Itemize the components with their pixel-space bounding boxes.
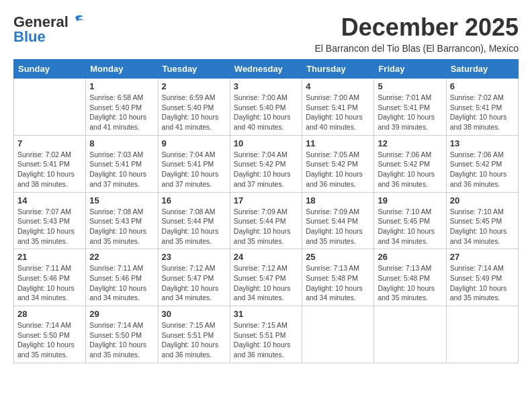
day-info: Sunrise: 7:12 AM Sunset: 5:47 PM Dayligh… [234,263,298,303]
day-info: Sunrise: 7:10 AM Sunset: 5:45 PM Dayligh… [378,207,442,246]
day-info: Sunrise: 7:14 AM Sunset: 5:49 PM Dayligh… [450,263,515,303]
calendar-week-row: 1Sunrise: 6:58 AM Sunset: 5:40 PM Daylig… [14,79,519,136]
calendar-cell: 9Sunrise: 7:04 AM Sunset: 5:41 PM Daylig… [158,135,230,192]
calendar-cell: 11Sunrise: 7:05 AM Sunset: 5:42 PM Dayli… [302,135,374,192]
day-number: 14 [17,195,82,205]
calendar-cell: 24Sunrise: 7:12 AM Sunset: 5:47 PM Dayli… [230,249,302,306]
calendar-cell: 25Sunrise: 7:13 AM Sunset: 5:48 PM Dayli… [302,249,374,306]
day-number: 20 [450,195,515,205]
day-number: 11 [306,138,370,148]
day-number: 30 [162,309,226,319]
calendar-cell: 12Sunrise: 7:06 AM Sunset: 5:42 PM Dayli… [374,135,446,192]
day-number: 5 [378,81,442,91]
day-number: 12 [378,138,442,148]
calendar-cell: 10Sunrise: 7:04 AM Sunset: 5:42 PM Dayli… [230,135,302,192]
calendar-cell: 6Sunrise: 7:02 AM Sunset: 5:41 PM Daylig… [446,79,518,136]
day-number: 21 [17,252,82,262]
day-info: Sunrise: 7:14 AM Sunset: 5:50 PM Dayligh… [89,320,154,360]
weekday-header-monday: Monday [86,60,158,79]
calendar-cell [374,306,446,363]
day-number: 17 [234,195,298,205]
calendar-week-row: 14Sunrise: 7:07 AM Sunset: 5:43 PM Dayli… [14,192,519,249]
day-number: 10 [234,138,298,148]
calendar-cell: 1Sunrise: 6:58 AM Sunset: 5:40 PM Daylig… [86,79,158,136]
day-info: Sunrise: 7:08 AM Sunset: 5:44 PM Dayligh… [162,207,226,246]
weekday-header-saturday: Saturday [446,60,518,79]
day-info: Sunrise: 7:07 AM Sunset: 5:43 PM Dayligh… [17,207,82,246]
calendar-cell: 28Sunrise: 7:14 AM Sunset: 5:50 PM Dayli… [14,306,86,363]
weekday-header-thursday: Thursday [302,60,374,79]
calendar-cell: 16Sunrise: 7:08 AM Sunset: 5:44 PM Dayli… [158,192,230,249]
day-info: Sunrise: 7:10 AM Sunset: 5:45 PM Dayligh… [450,207,515,246]
day-info: Sunrise: 7:06 AM Sunset: 5:42 PM Dayligh… [378,150,442,189]
day-number: 31 [234,309,298,319]
calendar-table: SundayMondayTuesdayWednesdayThursdayFrid… [13,59,519,363]
day-number: 24 [234,252,298,262]
day-info: Sunrise: 7:03 AM Sunset: 5:41 PM Dayligh… [89,150,154,189]
calendar-cell: 20Sunrise: 7:10 AM Sunset: 5:45 PM Dayli… [446,192,518,249]
day-number: 6 [450,81,515,91]
day-number: 19 [378,195,442,205]
day-info: Sunrise: 7:02 AM Sunset: 5:41 PM Dayligh… [17,150,82,189]
day-number: 2 [162,81,226,91]
calendar-cell: 3Sunrise: 7:00 AM Sunset: 5:40 PM Daylig… [230,79,302,136]
calendar-cell: 4Sunrise: 7:00 AM Sunset: 5:41 PM Daylig… [302,79,374,136]
day-info: Sunrise: 7:04 AM Sunset: 5:41 PM Dayligh… [162,150,226,189]
day-info: Sunrise: 7:13 AM Sunset: 5:48 PM Dayligh… [378,263,442,303]
day-info: Sunrise: 7:08 AM Sunset: 5:43 PM Dayligh… [89,207,154,246]
day-number: 25 [306,252,370,262]
header: General Blue December 2025 El Barrancon … [13,13,519,54]
day-info: Sunrise: 7:09 AM Sunset: 5:44 PM Dayligh… [234,207,298,246]
calendar-cell: 23Sunrise: 7:12 AM Sunset: 5:47 PM Dayli… [158,249,230,306]
calendar-cell: 14Sunrise: 7:07 AM Sunset: 5:43 PM Dayli… [14,192,86,249]
day-number: 7 [17,138,82,148]
logo-bird-icon [70,13,85,28]
calendar-cell: 8Sunrise: 7:03 AM Sunset: 5:41 PM Daylig… [86,135,158,192]
calendar-week-row: 7Sunrise: 7:02 AM Sunset: 5:41 PM Daylig… [14,135,519,192]
day-info: Sunrise: 7:14 AM Sunset: 5:50 PM Dayligh… [17,320,82,360]
logo-blue: Blue [13,28,46,46]
weekday-header-wednesday: Wednesday [230,60,302,79]
day-info: Sunrise: 7:06 AM Sunset: 5:42 PM Dayligh… [450,150,515,189]
day-info: Sunrise: 7:05 AM Sunset: 5:42 PM Dayligh… [306,150,370,189]
calendar-cell: 15Sunrise: 7:08 AM Sunset: 5:43 PM Dayli… [86,192,158,249]
day-info: Sunrise: 7:15 AM Sunset: 5:51 PM Dayligh… [234,320,298,360]
day-number: 3 [234,81,298,91]
day-number: 28 [17,309,82,319]
day-number: 23 [162,252,226,262]
day-number: 18 [306,195,370,205]
calendar-cell: 30Sunrise: 7:15 AM Sunset: 5:51 PM Dayli… [158,306,230,363]
calendar-cell: 21Sunrise: 7:11 AM Sunset: 5:46 PM Dayli… [14,249,86,306]
calendar-cell [446,306,518,363]
calendar-week-row: 28Sunrise: 7:14 AM Sunset: 5:50 PM Dayli… [14,306,519,363]
day-number: 22 [89,252,154,262]
day-number: 29 [89,309,154,319]
day-info: Sunrise: 7:04 AM Sunset: 5:42 PM Dayligh… [234,150,298,189]
calendar-cell: 29Sunrise: 7:14 AM Sunset: 5:50 PM Dayli… [86,306,158,363]
calendar-cell: 22Sunrise: 7:11 AM Sunset: 5:46 PM Dayli… [86,249,158,306]
day-number: 4 [306,81,370,91]
calendar-cell: 19Sunrise: 7:10 AM Sunset: 5:45 PM Dayli… [374,192,446,249]
weekday-header-sunday: Sunday [14,60,86,79]
calendar-cell: 27Sunrise: 7:14 AM Sunset: 5:49 PM Dayli… [446,249,518,306]
day-info: Sunrise: 7:13 AM Sunset: 5:48 PM Dayligh… [306,263,370,303]
calendar-cell: 5Sunrise: 7:01 AM Sunset: 5:41 PM Daylig… [374,79,446,136]
day-number: 27 [450,252,515,262]
day-number: 26 [378,252,442,262]
day-number: 15 [89,195,154,205]
calendar-cell: 7Sunrise: 7:02 AM Sunset: 5:41 PM Daylig… [14,135,86,192]
day-number: 9 [162,138,226,148]
day-info: Sunrise: 7:11 AM Sunset: 5:46 PM Dayligh… [89,263,154,303]
day-info: Sunrise: 7:09 AM Sunset: 5:44 PM Dayligh… [306,207,370,246]
weekday-header-friday: Friday [374,60,446,79]
day-number: 13 [450,138,515,148]
day-info: Sunrise: 7:12 AM Sunset: 5:47 PM Dayligh… [162,263,226,303]
day-number: 8 [89,138,154,148]
day-info: Sunrise: 6:59 AM Sunset: 5:40 PM Dayligh… [162,93,226,132]
calendar-cell: 17Sunrise: 7:09 AM Sunset: 5:44 PM Dayli… [230,192,302,249]
calendar-header-row: SundayMondayTuesdayWednesdayThursdayFrid… [14,60,519,79]
calendar-week-row: 21Sunrise: 7:11 AM Sunset: 5:46 PM Dayli… [14,249,519,306]
day-info: Sunrise: 7:15 AM Sunset: 5:51 PM Dayligh… [162,320,226,360]
calendar-cell: 18Sunrise: 7:09 AM Sunset: 5:44 PM Dayli… [302,192,374,249]
calendar-cell: 2Sunrise: 6:59 AM Sunset: 5:40 PM Daylig… [158,79,230,136]
